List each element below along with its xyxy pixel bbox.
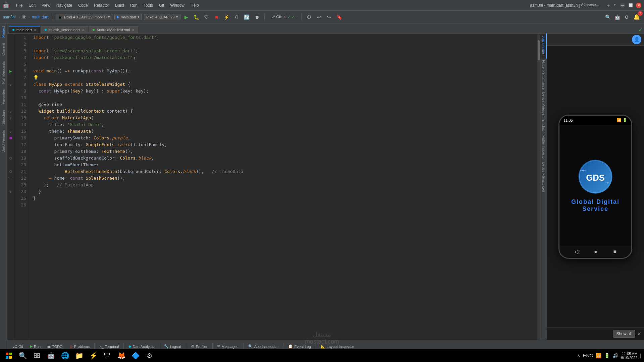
flutter-inspector-label[interactable]: Flutter Inspector	[541, 134, 546, 161]
nav-back[interactable]: ◁	[574, 248, 578, 255]
gutter-4	[7, 54, 14, 61]
svg-rect-14	[37, 356, 40, 358]
emulator-label[interactable]: Emulator	[541, 118, 546, 134]
flutter-restart-button[interactable]: 🔄	[243, 13, 251, 21]
notification-icon[interactable]: 🔔 2	[632, 12, 641, 22]
sidebar-item-commit[interactable]: Commit	[0, 40, 7, 58]
taskbar-app5[interactable]: ⚙	[144, 350, 156, 362]
debug-button[interactable]: 🐛	[193, 13, 201, 21]
taskbar-app3[interactable]: 🦊	[115, 350, 127, 362]
menu-help[interactable]: Help	[188, 2, 202, 8]
menu-run[interactable]: Run	[127, 2, 140, 8]
search-everywhere-button[interactable]: 🔍	[604, 13, 612, 21]
tray-show-desktop[interactable]: |	[640, 353, 641, 358]
user-avatar[interactable]: 👤	[632, 35, 641, 44]
tab-manifest-close[interactable]: ✕	[132, 28, 135, 32]
taskbar-edge[interactable]: 🌐	[59, 350, 71, 362]
gutter-7	[7, 74, 14, 81]
file-breadcrumb[interactable]: main.dart	[32, 15, 49, 19]
profile-button[interactable]: ⏱	[305, 13, 313, 21]
close-preview-icon[interactable]: ✕	[637, 331, 641, 337]
taskbar-app4[interactable]: 🔷	[129, 350, 142, 362]
api-selector[interactable]: Pixel 4 XL API 29 ▾	[144, 14, 180, 20]
tab-android-manifest[interactable]: AndroidManifest.xml ✕	[89, 26, 139, 33]
lib-breadcrumb[interactable]: lib	[22, 15, 26, 19]
stop-button[interactable]: ■	[213, 13, 221, 21]
flutter-performance-label[interactable]: Flutter Performance	[541, 59, 546, 91]
menu-window[interactable]: Window	[167, 2, 187, 8]
code-editor[interactable]: import 'package:google_fonts/google_font…	[29, 34, 537, 340]
menu-tools[interactable]: Tools	[141, 2, 156, 8]
redo-button[interactable]: ↪	[325, 13, 333, 21]
menu-refactor[interactable]: Refactor	[91, 2, 112, 8]
gutter-6-run[interactable]: ▶	[7, 68, 14, 74]
coverage-button[interactable]: 🛡	[203, 13, 211, 21]
device-manager-label[interactable]: Device Manager	[541, 91, 546, 118]
tray-battery[interactable]: 🔋	[604, 353, 610, 358]
menu-code[interactable]: Code	[75, 2, 91, 8]
close-button[interactable]: ✕	[636, 3, 641, 8]
flutter-reload-button[interactable]: ♻	[233, 13, 241, 21]
taskbar-search[interactable]: 🔍	[17, 350, 29, 362]
line-num-7: 7	[14, 74, 26, 81]
maximize-button[interactable]: ⬜	[628, 3, 633, 8]
code-line-9: const MyApp({Key? key}) : super(key: key…	[32, 88, 537, 95]
run-config-icon: ▶	[117, 15, 119, 19]
sidebar-item-favorites[interactable]: Favorites	[0, 86, 7, 107]
tab-dropdown-btn[interactable]: ▾	[614, 3, 616, 8]
gutter-24-fold[interactable]: ▿	[7, 188, 14, 195]
gutter-8-fold[interactable]: ▿	[7, 81, 14, 88]
menu-build[interactable]: Build	[112, 2, 127, 8]
tab-main-dart-close[interactable]: ✕	[34, 28, 37, 32]
menu-file[interactable]: File	[13, 2, 25, 8]
sidebar-item-structure[interactable]: Structure	[0, 107, 7, 127]
menu-view[interactable]: View	[39, 2, 53, 8]
taskbar-file-explorer[interactable]: 📁	[73, 350, 85, 362]
taskbar-task-view[interactable]	[31, 350, 43, 362]
record-button[interactable]: ⏺	[253, 13, 261, 21]
show-all-button[interactable]: Show all	[613, 330, 635, 338]
run-button[interactable]: ▶	[182, 13, 191, 21]
nav-recent[interactable]: ■	[613, 249, 617, 255]
gutter-13-fold[interactable]: ▿	[7, 115, 14, 121]
menu-navigate[interactable]: Navigate	[54, 2, 75, 8]
taskbar-clock[interactable]: 11:05 AM 9/10/2022	[621, 352, 637, 360]
settings-button[interactable]: ⚙	[623, 13, 631, 21]
gutter-22-fold[interactable]: —	[7, 175, 14, 182]
flutter-outline-label[interactable]: Flutter Outline	[540, 34, 547, 59]
device-selector[interactable]: 📱 Pixel 4 XL API 29 (mobile) ▾	[56, 14, 112, 20]
sidebar-item-pull-requests[interactable]: Pull Requests	[0, 58, 7, 86]
sidebar-item-build-variants[interactable]: Build Variants	[0, 127, 7, 155]
flutter-run-button[interactable]: ⚡	[223, 13, 231, 21]
tab-splash-close[interactable]: ✕	[82, 28, 85, 32]
nav-home[interactable]: ●	[594, 249, 597, 255]
menu-edit[interactable]: Edit	[26, 2, 38, 8]
project-label[interactable]: asm3ni	[3, 15, 16, 19]
taskbar-android-studio[interactable]: 🤖	[45, 350, 57, 362]
gutter-15-fold[interactable]: ▿	[7, 128, 14, 135]
run-config-selector[interactable]: ▶ main.dart ▾	[114, 14, 142, 20]
new-tab-btn[interactable]: +	[607, 3, 610, 8]
tray-chevron[interactable]: ∧	[577, 353, 580, 358]
menu-git[interactable]: Git	[156, 2, 167, 8]
tray-lang[interactable]: ENG	[583, 353, 593, 358]
taskbar-app2[interactable]: 🛡	[101, 350, 113, 362]
tray-speaker[interactable]: 🔊	[612, 353, 618, 358]
sidebar-item-project[interactable]: Project	[0, 23, 7, 40]
scroll-thumb[interactable]	[538, 40, 540, 60]
minimize-button[interactable]: —	[620, 3, 625, 8]
line-num-10: 10	[14, 95, 26, 101]
taskbar-app1[interactable]: ⚡	[87, 350, 99, 362]
start-button[interactable]	[3, 350, 15, 362]
store-tab[interactable]: n/store/se...	[580, 3, 599, 8]
tab-main-dart[interactable]: main.dart ✕	[9, 26, 40, 33]
tray-wifi[interactable]: 📶	[596, 353, 601, 358]
device-file-explorer-label[interactable]: Device File Explorer	[541, 161, 546, 193]
ai-assistant-button[interactable]: 🤖	[613, 13, 621, 21]
undo-button[interactable]: ↩	[315, 13, 323, 21]
tab-splash-screen-dart[interactable]: splash_screen.dart ✕	[41, 26, 88, 33]
gutter-12-fold[interactable]: ▿	[7, 108, 14, 115]
gutter-19-dot	[7, 155, 14, 162]
bookmark-button[interactable]: 🔖	[335, 13, 343, 21]
editor-scrollbar[interactable]	[537, 34, 540, 340]
